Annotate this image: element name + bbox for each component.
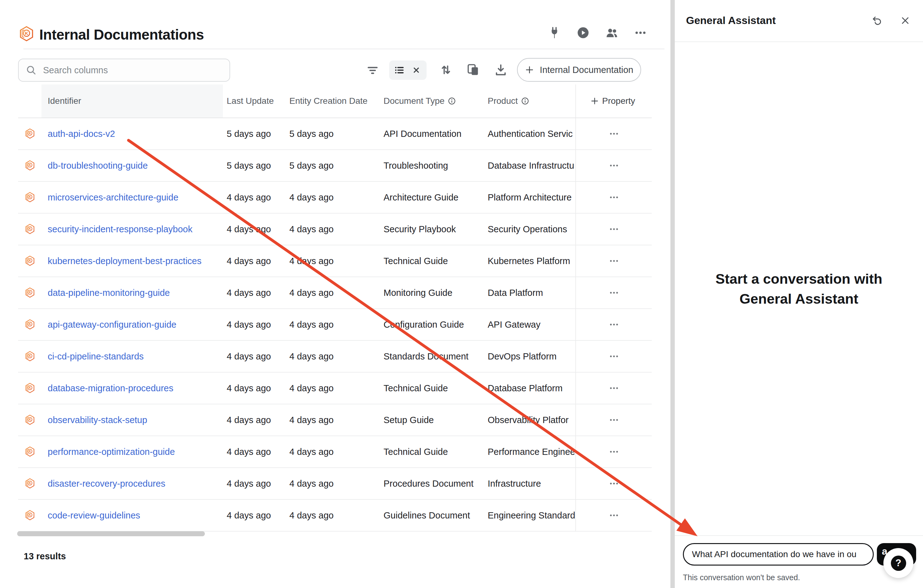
table-row: microservices-architecture-guide 4 days … xyxy=(18,182,652,214)
view-toggle[interactable] xyxy=(389,61,427,80)
horizontal-scrollbar[interactable] xyxy=(17,531,205,536)
row-actions-button[interactable] xyxy=(604,350,623,363)
question-mark-icon: ? xyxy=(891,555,906,571)
row-actions-button[interactable] xyxy=(604,286,623,299)
object-icon xyxy=(24,287,36,299)
row-identifier-link[interactable]: database-migration-procedures xyxy=(41,383,223,393)
row-identifier-link[interactable]: microservices-architecture-guide xyxy=(41,192,223,203)
object-icon xyxy=(24,414,36,426)
people-icon[interactable] xyxy=(604,26,619,40)
row-document-type: Standards Document xyxy=(380,351,482,361)
row-actions-button[interactable] xyxy=(604,477,623,490)
add-internal-documentation-button[interactable]: Internal Documentation xyxy=(517,58,641,82)
row-document-type: Architecture Guide xyxy=(380,192,482,203)
row-document-type: Technical Guide xyxy=(380,383,482,393)
table-row: auth-api-docs-v2 5 days ago 5 days ago A… xyxy=(18,118,652,150)
row-identifier-link[interactable]: disaster-recovery-procedures xyxy=(41,479,223,489)
object-icon xyxy=(24,159,36,171)
row-last-update: 4 days ago xyxy=(223,224,287,235)
sort-icon[interactable] xyxy=(439,62,453,77)
row-actions-button[interactable] xyxy=(604,223,623,235)
column-header-entity-creation-date[interactable]: Entity Creation Date xyxy=(287,84,380,118)
row-actions-button[interactable] xyxy=(604,255,623,267)
table-row: observability-stack-setup 4 days ago 4 d… xyxy=(18,404,652,436)
assistant-chat-input[interactable] xyxy=(683,543,874,565)
row-identifier-link[interactable]: data-pipeline-monitoring-guide xyxy=(41,288,223,298)
filter-icon[interactable] xyxy=(365,62,380,77)
download-icon[interactable] xyxy=(493,62,508,77)
row-last-update: 4 days ago xyxy=(223,415,287,425)
table-body: auth-api-docs-v2 5 days ago 5 days ago A… xyxy=(18,118,652,532)
column-header-document-type[interactable]: Document Type xyxy=(380,84,482,118)
row-document-type: API Documentation xyxy=(380,129,482,139)
table-row: ci-cd-pipeline-standards 4 days ago 4 da… xyxy=(18,341,652,373)
row-actions-button[interactable] xyxy=(604,159,623,172)
row-identifier-link[interactable]: ci-cd-pipeline-standards xyxy=(41,351,223,361)
table-row: performance-optimization-guide 4 days ag… xyxy=(18,436,652,468)
more-horizontal-icon xyxy=(609,224,619,235)
row-identifier-link[interactable]: code-review-guidelines xyxy=(41,510,223,521)
reset-conversation-icon[interactable] xyxy=(870,14,884,28)
column-header-identifier[interactable]: Identifier xyxy=(41,84,223,118)
plug-icon[interactable] xyxy=(547,26,562,40)
close-panel-icon[interactable] xyxy=(898,14,912,28)
row-document-type: Procedures Document xyxy=(380,479,482,489)
object-table: Identifier Last Update Entity Creation D… xyxy=(18,84,652,532)
table-row: api-gateway-configuration-guide 4 days a… xyxy=(18,309,652,341)
row-identifier-link[interactable]: api-gateway-configuration-guide xyxy=(41,320,223,330)
footer-divider xyxy=(675,535,923,536)
row-last-update: 4 days ago xyxy=(223,351,287,361)
table-row: disaster-recovery-procedures 4 days ago … xyxy=(18,468,652,500)
help-fab[interactable]: ? xyxy=(884,548,913,578)
object-icon xyxy=(24,319,36,330)
search-input[interactable] xyxy=(18,59,230,82)
row-last-update: 4 days ago xyxy=(223,510,287,521)
info-icon[interactable] xyxy=(521,97,529,105)
row-identifier-link[interactable]: security-incident-response-playbook xyxy=(41,224,223,235)
row-entity-creation-date: 5 days ago xyxy=(287,161,380,171)
add-property-button[interactable]: Property xyxy=(575,84,652,118)
row-actions-button[interactable] xyxy=(604,445,623,458)
row-actions-button[interactable] xyxy=(604,191,623,204)
conversation-disclaimer: This conversation won't be saved. xyxy=(683,573,800,582)
row-identifier-link[interactable]: observability-stack-setup xyxy=(41,415,223,425)
row-identifier-link[interactable]: auth-api-docs-v2 xyxy=(41,129,223,139)
row-product: Kubernetes Platform xyxy=(482,256,575,266)
panel-divider[interactable] xyxy=(670,0,675,588)
row-identifier-link[interactable]: db-troubleshooting-guide xyxy=(41,161,223,171)
row-document-type: Setup Guide xyxy=(380,415,482,425)
row-actions-button[interactable] xyxy=(604,382,623,394)
play-circle-icon[interactable] xyxy=(576,26,590,40)
info-icon[interactable] xyxy=(448,97,456,105)
row-last-update: 4 days ago xyxy=(223,447,287,457)
column-header-last-update[interactable]: Last Update xyxy=(223,84,287,118)
more-horizontal-icon xyxy=(609,510,619,521)
object-icon xyxy=(24,446,36,458)
clear-view-icon[interactable] xyxy=(410,64,422,76)
object-icon xyxy=(24,255,36,267)
row-product: Database Platform xyxy=(482,383,575,393)
plus-icon xyxy=(590,97,599,105)
results-count: 13 results xyxy=(24,551,66,562)
copy-icon[interactable] xyxy=(466,62,481,77)
row-actions-button[interactable] xyxy=(604,128,623,140)
row-product: Performance Enginee xyxy=(482,447,575,457)
more-menu-icon[interactable] xyxy=(633,26,648,40)
row-actions-button[interactable] xyxy=(604,509,623,522)
row-actions-button[interactable] xyxy=(604,318,623,331)
column-header-product[interactable]: Product xyxy=(482,84,575,118)
row-product: Database Infrastructu xyxy=(482,161,575,171)
row-identifier-link[interactable]: kubernetes-deployment-best-practices xyxy=(41,256,223,266)
object-icon xyxy=(24,478,36,489)
more-horizontal-icon xyxy=(609,478,619,489)
row-product: Observability Platfor xyxy=(482,415,575,425)
app-logo-icon xyxy=(18,25,35,43)
row-product: Platform Architecture xyxy=(482,192,575,203)
row-product: Infrastructure xyxy=(482,479,575,489)
row-entity-creation-date: 4 days ago xyxy=(287,320,380,330)
row-identifier-link[interactable]: performance-optimization-guide xyxy=(41,447,223,457)
row-product: Security Operations xyxy=(482,224,575,235)
row-actions-button[interactable] xyxy=(604,414,623,426)
row-last-update: 4 days ago xyxy=(223,479,287,489)
row-last-update: 5 days ago xyxy=(223,161,287,171)
